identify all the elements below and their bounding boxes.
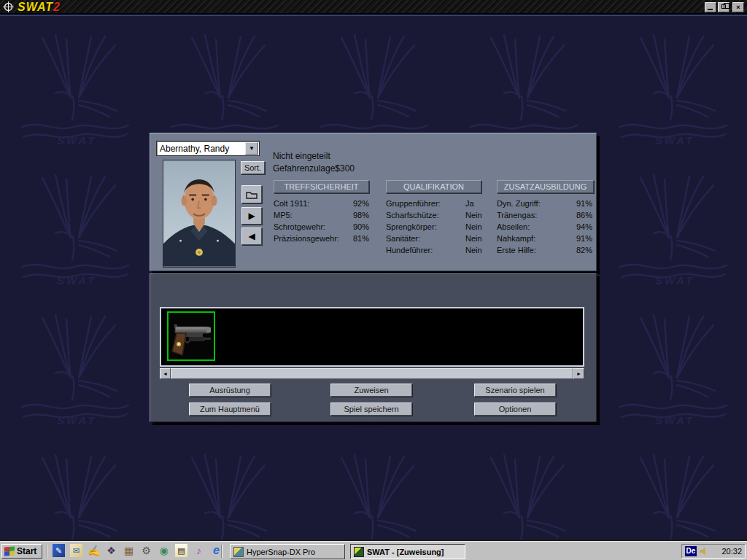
section-header-qualification[interactable]: QUALIFIKATION [386,180,481,193]
taskbar: Start ✎ ✉ ✍ ❖ ▦ ⚙ ◉ ▤ ♪ e HyperSnap-DX P… [0,541,747,560]
equipment-button[interactable]: Ausrüstung [189,384,271,397]
screen: SWAT2 × [0,0,747,560]
stat-row: Abseilen:94% [497,221,592,233]
stat-value: 92% [353,198,369,209]
stat-label: MP5: [274,209,293,221]
folder-icon [245,190,258,200]
scroll-right-button[interactable]: ► [573,368,584,379]
chevron-down-icon[interactable]: ▼ [245,142,258,155]
minimize-icon [708,9,713,10]
stat-label: Colt 1911: [274,198,309,209]
inventory-scrollbar[interactable]: ◄ ► [160,368,584,379]
taskbar-clock[interactable]: 20:32 [721,547,742,556]
window-title: SWAT2 [18,0,61,14]
stat-value: 81% [353,233,369,244]
stat-label: Gruppenführer: [386,198,465,209]
swat-app-icon [354,547,364,557]
close-button[interactable]: × [732,2,744,12]
stat-label: Dyn. Zugriff: [497,198,541,209]
stat-label: Tränengas: [497,209,537,221]
officer-info-panel: Abernathy, Randy ▼ [150,133,597,271]
stat-value: Nein [465,233,482,244]
taskbar-separator [221,545,222,558]
arrow-right-icon: ▶ [248,211,255,221]
minimize-button[interactable] [705,2,716,12]
stat-value: 94% [576,221,592,233]
scrollbar-thumb[interactable] [171,368,573,379]
stat-row: Präzisionsgewehr:81% [274,233,369,244]
inventory-panel: ◄ ► Ausrüstung Zuweisen Szenario spielen… [150,273,597,422]
task-button-hypersnap[interactable]: HyperSnap-DX Pro [230,544,345,559]
marksmanship-stats: Colt 1911:92% MP5:98% Schrotgewehr:90% P… [274,198,369,244]
section-header-marksmanship[interactable]: TREFFSICHERHEIT [274,180,369,193]
previous-officer-button[interactable]: ◀ [241,228,262,245]
stat-row: Erste Hilfe:82% [497,244,592,256]
hazard-pay-line: Gefahrenzulage: $300 [273,163,355,174]
start-button[interactable]: Start [1,544,42,559]
assign-button[interactable]: Zuweisen [330,384,412,397]
stat-value: Nein [465,244,482,256]
scroll-right-icon: ► [576,371,581,376]
extra-training-stats: Dyn. Zugriff:91% Tränengas:86% Abseilen:… [497,198,592,256]
stat-label: Sanitäter: [386,233,465,244]
stat-value: 91% [576,233,592,244]
microphone-icon[interactable]: ♪ [193,544,205,557]
stat-row: Gruppenführer:Ja [386,198,492,209]
section-header-extra-training[interactable]: ZUSATZAUSBILDUNG [497,180,594,193]
hypersnap-icon [233,547,244,557]
notepad-icon[interactable]: ▤ [175,544,187,557]
folder-button[interactable] [241,185,262,203]
taskbar-separator [47,545,48,558]
desktop-edit-icon[interactable]: ✎ [53,544,65,557]
sort-button-label: Sort. [244,163,261,172]
weapon-slot-selected[interactable] [167,311,215,361]
game-title-number: 2 [53,1,61,13]
officer-name-dropdown[interactable]: Abernathy, Randy ▼ [156,141,260,156]
officer-photo [163,160,236,268]
task-button-swat[interactable]: SWAT - [Zuweisung] [350,544,465,559]
restore-button[interactable] [718,2,729,12]
hazard-pay-label: Gefahrenzulage: [273,163,333,174]
stat-label: Schrotgewehr: [274,221,325,233]
stat-value: Ja [465,198,474,209]
stat-value: 91% [576,198,592,209]
scroll-left-icon: ◄ [163,371,168,376]
stat-row: Scharfschütze:Nein [386,209,492,221]
document-hand-icon[interactable]: ✍ [88,544,100,557]
officer-name-value: Abernathy, Randy [160,144,229,154]
outlook-express-icon[interactable]: ✉ [70,544,82,557]
language-indicator[interactable]: De [685,546,697,556]
stat-label: Nahkampf: [497,233,535,244]
window-titlebar[interactable]: SWAT2 × [0,0,747,14]
stat-label: Scharfschütze: [386,209,465,221]
play-scenario-button[interactable]: Szenario spielen [474,384,556,397]
stat-value: 82% [576,244,592,256]
imaging-icon[interactable]: ▦ [123,544,135,557]
security-keys-icon[interactable]: ⚙ [140,544,152,557]
weapon-strip [160,307,584,367]
save-game-button[interactable]: Spiel speichern [330,402,412,416]
speaker-icon[interactable] [700,547,708,556]
media-viewer-icon[interactable]: ❖ [105,544,117,557]
stat-value: 86% [576,209,592,221]
main-menu-button[interactable]: Zum Hauptmenü [189,402,271,416]
stat-row: MP5:98% [274,209,369,221]
game-desktop: SWAT Abernathy, Randy ▼ [0,15,747,541]
windows-logo-icon [4,547,15,556]
start-button-label: Start [17,546,36,556]
sort-button[interactable]: Sort. [241,161,265,174]
options-button[interactable]: Optionen [474,402,556,416]
stat-row: Tränengas:86% [497,209,592,221]
task-label: HyperSnap-DX Pro [247,548,315,556]
arrow-left-icon: ◀ [248,231,255,241]
stat-row: Sanitäter:Nein [386,233,492,244]
cd-phone-icon[interactable]: ◉ [158,544,170,557]
stat-label: Erste Hilfe: [497,244,536,256]
game-title: SWAT [18,1,53,13]
next-officer-button[interactable]: ▶ [241,207,262,225]
hazard-pay-value: $300 [335,163,355,174]
crosshair-icon [3,1,14,12]
scroll-left-button[interactable]: ◄ [160,368,171,379]
window-controls: × [705,2,744,12]
restore-icon [721,4,726,9]
